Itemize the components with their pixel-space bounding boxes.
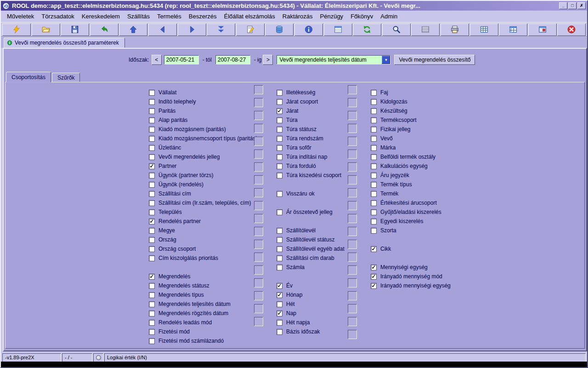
menu-kereskedelem[interactable]: Kereskedelem: [78, 12, 124, 21]
order-input[interactable]: [254, 201, 263, 210]
close-button[interactable]: ✗: [577, 2, 586, 9]
menu-muveletek[interactable]: Műveletek: [3, 12, 38, 21]
order-input[interactable]: [254, 317, 263, 326]
checkbox-kalkulacios-egyseg[interactable]: [371, 163, 377, 169]
checkbox-egyedi-kiszereles[interactable]: [371, 218, 377, 224]
checkbox-visszaru-ok[interactable]: [277, 191, 283, 197]
refresh-button[interactable]: [353, 23, 381, 36]
tab-parameters[interactable]: Vevői megrendelés összesítő paraméterek: [4, 38, 125, 48]
order-input[interactable]: [254, 85, 263, 94]
save-button[interactable]: [61, 23, 89, 36]
order-input[interactable]: [348, 150, 357, 159]
order-input[interactable]: [254, 188, 263, 197]
checkbox-tura-rendszam[interactable]: [277, 136, 283, 142]
order-input[interactable]: [348, 304, 357, 313]
checkbox-szallitolevel[interactable]: [277, 228, 283, 234]
checkbox-honap[interactable]: ✓: [277, 292, 283, 298]
checkbox-ar-osszetevo-jelleg[interactable]: [277, 209, 283, 215]
execute-bolt-button[interactable]: [2, 23, 31, 36]
window-layout-button[interactable]: [528, 23, 557, 36]
info-button[interactable]: [294, 23, 323, 36]
checkbox-megrendeles[interactable]: ✓: [149, 274, 155, 280]
database-button[interactable]: [265, 23, 294, 36]
up-arrow-button[interactable]: [119, 23, 147, 36]
checkbox-nap[interactable]: ✓: [277, 310, 283, 316]
order-input[interactable]: [254, 278, 263, 288]
order-input[interactable]: [348, 98, 357, 107]
minimize-button[interactable]: _: [559, 2, 567, 9]
subtab-szurok[interactable]: Szűrők: [52, 73, 80, 82]
double-down-arrow-button[interactable]: [207, 23, 235, 36]
checkbox-szallitolevel-egyeb-adat[interactable]: [277, 246, 283, 252]
checkbox-indito-telephely[interactable]: [149, 99, 155, 105]
subtab-csoportositas[interactable]: Csoportosítás: [6, 72, 51, 82]
checkbox-belfoldi-termek-osztaly[interactable]: [371, 154, 377, 160]
order-input[interactable]: [348, 330, 357, 339]
order-input[interactable]: [254, 253, 263, 262]
prev-arrow-button[interactable]: [148, 23, 177, 36]
order-input[interactable]: [254, 175, 263, 184]
checkbox-vallalat[interactable]: [149, 90, 155, 96]
order-input[interactable]: [254, 111, 263, 120]
order-input[interactable]: [254, 291, 263, 300]
form-window-button[interactable]: [324, 23, 352, 36]
order-input[interactable]: [254, 304, 263, 313]
list-rows-button[interactable]: [411, 23, 440, 36]
order-input[interactable]: [348, 317, 357, 326]
checkbox-szallitasi-cim-darab[interactable]: [277, 255, 283, 261]
checkbox-szallitolevel-statusz[interactable]: [277, 237, 283, 243]
checkbox-telepules[interactable]: [149, 209, 155, 215]
checkbox-vevoi-megrendeles-jelleg[interactable]: [149, 154, 155, 160]
period-from-input[interactable]: [164, 55, 199, 64]
checkbox-alap-paritas[interactable]: [149, 117, 155, 123]
checkbox-tura-fordulo[interactable]: [277, 163, 283, 169]
menu-szallitas[interactable]: Szállítás: [124, 12, 153, 21]
order-input[interactable]: [254, 137, 263, 146]
open-folder-button[interactable]: [32, 23, 60, 36]
next-arrow-button[interactable]: [178, 23, 206, 36]
period-to-input[interactable]: [215, 55, 250, 64]
checkbox-jarat[interactable]: ✓: [277, 108, 283, 114]
checkbox-tura[interactable]: [277, 117, 283, 123]
undo-arrow-button[interactable]: [90, 23, 119, 36]
maximize-button[interactable]: □: [568, 2, 577, 9]
checkbox-megrendeles-tipus[interactable]: [149, 292, 155, 298]
checkbox-megrendeles-teljesites-datum[interactable]: [149, 301, 155, 307]
order-input[interactable]: [254, 150, 263, 159]
checkbox-cim-kiszolgalas-prioritas[interactable]: [149, 255, 155, 261]
edit-note-button[interactable]: [236, 23, 265, 36]
checkbox-orszag-csoport[interactable]: [149, 246, 155, 252]
order-input[interactable]: [254, 214, 263, 223]
printer-button[interactable]: [441, 23, 469, 36]
order-input[interactable]: [348, 278, 357, 288]
order-input[interactable]: [348, 240, 357, 249]
checkbox-paritas[interactable]: [149, 108, 155, 114]
menu-beszerzes[interactable]: Beszerzés: [185, 12, 220, 21]
order-input[interactable]: [348, 85, 357, 94]
checkbox-gyujto-eladasi-kiszereles[interactable]: [371, 209, 377, 215]
order-input[interactable]: [348, 124, 357, 133]
checkbox-uzletlanc[interactable]: [149, 145, 155, 151]
order-input[interactable]: [254, 98, 263, 107]
summary-button[interactable]: Vevői megrendelés összesítő: [394, 55, 475, 65]
checkbox-kiado-mozgasnemcsoport-tipus-paritas[interactable]: [149, 136, 155, 142]
checkbox-tura-sofor[interactable]: [277, 145, 283, 151]
checkbox-tura-inditasi-nap[interactable]: [277, 154, 283, 160]
order-input[interactable]: [348, 214, 357, 223]
checkbox-ertekesitesi-arucsoport[interactable]: [371, 200, 377, 206]
menu-raktarozas[interactable]: Raktározás: [279, 12, 317, 21]
menu-eloallat-elszamolas[interactable]: Élőállat elszámolás: [220, 12, 279, 21]
order-input[interactable]: [254, 240, 263, 249]
checkbox-cikk[interactable]: ✓: [371, 246, 377, 252]
order-input[interactable]: [348, 175, 357, 184]
checkbox-szallitasi-cim-ir-szam-telepules-cim[interactable]: [149, 200, 155, 206]
checkbox-faj[interactable]: [371, 90, 377, 96]
order-input[interactable]: [348, 111, 357, 120]
checkbox-ugynok-partner-torzs[interactable]: [149, 172, 155, 178]
checkbox-fizetesi-mod-szamlazando[interactable]: [149, 338, 155, 344]
order-input[interactable]: [254, 124, 263, 133]
order-input[interactable]: [254, 227, 263, 236]
order-input[interactable]: [348, 162, 357, 172]
checkbox-szamla[interactable]: [277, 264, 283, 270]
checkbox-mennyisegi-egyseg[interactable]: ✓: [371, 264, 377, 270]
